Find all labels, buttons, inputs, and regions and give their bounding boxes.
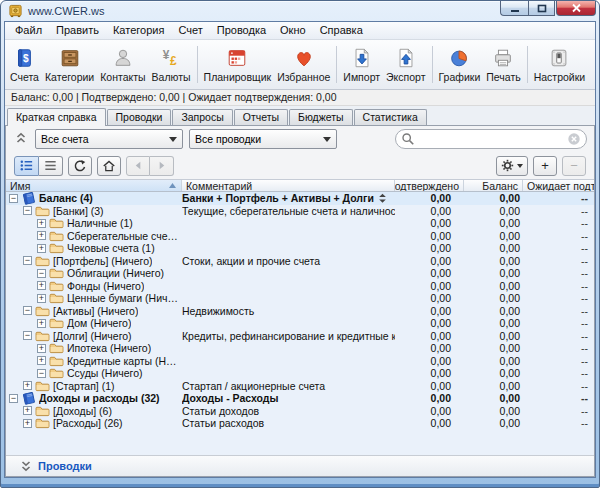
minimize-button[interactable] — [500, 1, 528, 16]
maximize-icon — [537, 1, 547, 16]
transactions-filter-select[interactable]: Все проводки — [189, 129, 337, 149]
toolbar-button-import[interactable]: Импорт — [340, 41, 383, 88]
tree-row[interactable]: −[Активы] (Ничего)Недвижимость0,000,00-- — [6, 305, 594, 318]
menu-item[interactable]: Категория — [106, 22, 171, 39]
close-button[interactable] — [556, 1, 596, 16]
expander-plus-icon[interactable]: + — [37, 344, 46, 353]
expander-minus-icon[interactable]: − — [9, 194, 18, 203]
toolbar-button-currencies[interactable]: ¥£Валюты — [149, 41, 194, 88]
menu-item[interactable]: Править — [49, 22, 106, 39]
tree-row[interactable]: −[Портфель] (Ничего)Стоки, акции и прочи… — [6, 255, 594, 268]
search-input[interactable] — [418, 132, 564, 146]
expander-plus-icon[interactable]: + — [23, 381, 32, 390]
tree-row[interactable]: −Облигации (Ничего)0,000,00-- — [6, 267, 594, 280]
tab[interactable]: Статистика — [354, 109, 427, 125]
toolbar-button-export[interactable]: Экспорт — [383, 41, 428, 88]
expander-minus-icon[interactable]: − — [23, 306, 32, 315]
view-simple-list-button[interactable] — [39, 156, 63, 176]
tree-row[interactable]: −Доходы и расходы (32)Доходы - Расходы0,… — [6, 392, 594, 405]
comment-text: Кредиты, рефинансирование и кредитные ка… — [182, 330, 395, 342]
toolbar-button-contacts[interactable]: Контакты — [97, 41, 148, 88]
column-header-confirmed[interactable]: Подтверждено — [395, 180, 464, 191]
tree-row[interactable]: −[Долги] (Ничего)Кредиты, рефинансирован… — [6, 330, 594, 343]
tree-row[interactable]: +[Доходы] (6)Статьи доходов0,000,00-- — [6, 405, 594, 418]
tree-row[interactable]: +Ценные бумаги (Ничего)0,000,00-- — [6, 292, 594, 305]
export-icon — [395, 46, 417, 70]
expander-minus-icon[interactable]: − — [23, 206, 32, 215]
home-button[interactable] — [97, 156, 121, 176]
expander-plus-icon[interactable]: + — [37, 281, 46, 290]
tab[interactable]: Отчеты — [234, 109, 288, 125]
remove-button[interactable]: − — [562, 156, 586, 176]
toolbar-button-scheduler[interactable]: Планировщик — [201, 41, 275, 88]
toolbar-button-label: Импорт — [343, 71, 380, 83]
tree-name-cell: −Ссуды (Ничего) — [6, 367, 182, 380]
tree-row[interactable]: +Фонды (Ничего)0,000,00-- — [6, 280, 594, 293]
expander-plus-icon[interactable]: + — [23, 406, 32, 415]
refresh-button[interactable] — [68, 156, 92, 176]
expander-plus-icon[interactable]: + — [37, 231, 46, 240]
expander-minus-icon[interactable]: − — [23, 331, 32, 340]
tab[interactable]: Запросы — [172, 109, 232, 125]
tree-item-label: Ипотека (Ничего) — [67, 342, 151, 354]
expander-minus-icon[interactable]: − — [37, 369, 46, 378]
tab[interactable]: Бюджеты — [289, 109, 353, 125]
tree-row[interactable]: +Дом (Ничего)0,000,00-- — [6, 317, 594, 330]
tree-row[interactable]: +Наличные (1)0,000,00-- — [6, 217, 594, 230]
expander-plus-icon[interactable]: + — [37, 319, 46, 328]
menu-item[interactable]: Счет — [171, 22, 209, 39]
comment-cell — [182, 342, 395, 355]
tree-row[interactable]: +[Расходы] (26)Статьи расходов0,000,00-- — [6, 417, 594, 430]
expander-minus-icon[interactable]: − — [9, 394, 18, 403]
expander-plus-icon[interactable]: + — [23, 419, 32, 428]
column-header-pending[interactable]: Ожидает подт... — [523, 180, 594, 191]
tree-row[interactable]: −Баланс (4)Банки + Портфель + Активы + Д… — [6, 192, 594, 205]
column-header-comment[interactable]: Комментарий — [182, 180, 395, 191]
transactions-panel-toggle[interactable]: Проводки — [14, 458, 98, 474]
accounts-filter-select[interactable]: Все счета — [35, 129, 183, 149]
stepper-icon[interactable] — [378, 193, 392, 204]
forward-button[interactable] — [150, 156, 174, 176]
menu-item[interactable]: Окно — [273, 22, 313, 39]
maximize-button[interactable] — [528, 1, 555, 16]
column-header-balance[interactable]: Баланс — [464, 180, 523, 191]
folder-icon — [35, 305, 50, 317]
tree-row[interactable]: +Ипотека (Ничего)0,000,00-- — [6, 342, 594, 355]
clear-search-icon[interactable] — [567, 132, 581, 146]
view-detailed-list-button[interactable] — [14, 156, 39, 176]
expander-plus-icon[interactable]: + — [37, 219, 46, 228]
tree-row[interactable]: +Кредитные карты (Ничего)0,000,00-- — [6, 355, 594, 368]
tree-row[interactable]: −Ссуды (Ничего)0,000,00-- — [6, 367, 594, 380]
title-bar[interactable]: www.CWER.ws — [4, 1, 596, 21]
tree-row[interactable]: −[Банки] (3)Текущие, сберегательные счет… — [6, 205, 594, 218]
toolbar-button-settings[interactable]: Настройки — [531, 41, 589, 88]
toolbar-button-categories[interactable]: Категории — [42, 41, 97, 88]
double-chevron-down-icon — [20, 459, 32, 473]
column-header-name[interactable]: Имя — [6, 180, 182, 191]
menu-item[interactable]: Файл — [8, 22, 49, 39]
tab[interactable]: Проводки — [107, 109, 172, 125]
tree-item-label: Баланс (4) — [39, 192, 93, 204]
expander-plus-icon[interactable]: + — [37, 356, 46, 365]
menu-item[interactable]: Справка — [313, 22, 370, 39]
expander-plus-icon[interactable]: + — [37, 294, 46, 303]
accounts-filter-value: Все счета — [41, 133, 89, 145]
add-button[interactable]: + — [533, 156, 557, 176]
tree-row[interactable]: +Сберегательные счета (1)0,000,00-- — [6, 230, 594, 243]
expander-minus-icon[interactable]: − — [23, 256, 32, 265]
collapse-filters-button[interactable] — [13, 131, 29, 148]
tree-row[interactable]: +[Стартап] (1)Стартап / акционерные счет… — [6, 380, 594, 393]
back-button[interactable] — [126, 156, 150, 176]
transactions-footer-label: Проводки — [38, 460, 92, 472]
tab[interactable]: Краткая справка — [7, 108, 106, 126]
toolbar-button-print[interactable]: Печать — [483, 41, 523, 88]
menu-item[interactable]: Проводка — [210, 22, 273, 39]
toolbar-button-accounts[interactable]: $Счета — [7, 41, 42, 88]
toolbar-button-favorites[interactable]: Избранное — [274, 41, 333, 88]
expander-minus-icon[interactable]: − — [37, 269, 46, 278]
tree-row[interactable]: +Чековые счета (1)0,000,00-- — [6, 242, 594, 255]
tree-name-cell: +Кредитные карты (Ничего) — [6, 355, 182, 368]
expander-plus-icon[interactable]: + — [37, 244, 46, 253]
actions-menu-button[interactable] — [496, 156, 528, 176]
toolbar-button-charts[interactable]: Графики — [436, 41, 484, 88]
